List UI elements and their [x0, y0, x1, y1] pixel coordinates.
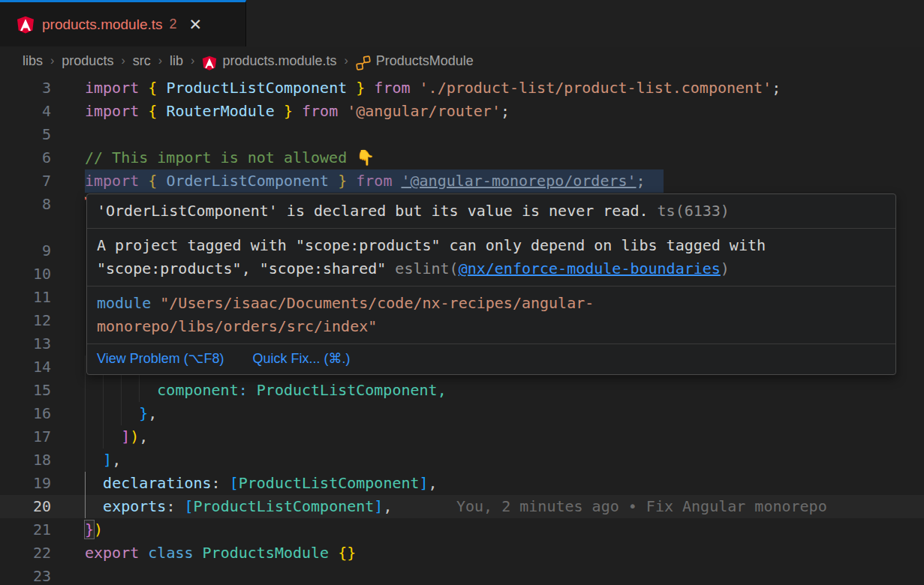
line-number[interactable]: 3: [0, 76, 51, 100]
code-token: :: [212, 474, 230, 492]
code-line[interactable]: declarations: [ProductListComponent],: [85, 472, 438, 495]
code-token: ): [130, 428, 139, 446]
class-symbol-icon: [356, 56, 371, 70]
breadcrumb-separator: ›: [158, 54, 162, 68]
code-token: {: [148, 79, 166, 97]
code-token: import: [85, 102, 148, 120]
line-number[interactable]: 20: [0, 495, 51, 518]
line-number[interactable]: 14: [0, 356, 51, 379]
code-token: ,: [438, 381, 447, 399]
hover-popup: 'OrderListComponent' is declared but its…: [86, 194, 896, 375]
line-number[interactable]: 8: [0, 193, 51, 216]
view-problem-link[interactable]: View Problem (⌥F8): [97, 347, 224, 371]
code-token: ProductListComponent: [166, 79, 347, 97]
code-line[interactable]: },: [85, 402, 157, 425]
line-number[interactable]: 22: [0, 542, 51, 565]
code-line[interactable]: import { RouterModule } from '@angular/r…: [85, 100, 510, 123]
line-number[interactable]: 5: [0, 123, 51, 146]
breadcrumb-separator: ›: [191, 54, 194, 68]
line-number[interactable]: 21: [0, 518, 51, 542]
eslint-rule-link[interactable]: @nx/enforce-module-boundaries: [459, 260, 721, 278]
tab-products-module-ts[interactable]: products.module.ts 2 ✕: [0, 0, 246, 46]
breadcrumb-item-file[interactable]: products.module.ts: [222, 53, 336, 69]
code-token: from: [347, 172, 401, 190]
code-token: ]: [374, 497, 383, 515]
code-token: :: [166, 497, 184, 515]
code-line[interactable]: export class ProductsModule {}: [85, 542, 356, 565]
breadcrumb-item-products[interactable]: products: [62, 53, 113, 69]
breadcrumb-separator: ›: [344, 54, 348, 68]
line-number[interactable]: 19: [0, 472, 51, 495]
code-token: // This import is not allowed 👇: [85, 148, 375, 166]
code-token: {}: [338, 544, 356, 562]
code-token: from: [293, 102, 347, 120]
line-number[interactable]: 15: [0, 379, 51, 402]
code-token: exports: [103, 497, 166, 515]
code-token: [85, 497, 103, 515]
code-line[interactable]: }): [85, 518, 103, 542]
code-token: }: [85, 520, 94, 538]
close-icon[interactable]: ✕: [189, 16, 203, 34]
code-token: ;: [637, 172, 646, 190]
line-number[interactable]: 16: [0, 402, 51, 425]
code-line[interactable]: ],: [85, 448, 121, 472]
breadcrumb-item-src[interactable]: src: [133, 53, 151, 69]
code-token: [85, 404, 139, 422]
hover-status-bar: View Problem (⌥F8) Quick Fix... (⌘.): [87, 344, 895, 374]
code-token: [85, 381, 157, 399]
code-token: }: [275, 102, 293, 120]
code-token: ;: [501, 102, 510, 120]
code-token: './product-list/product-list.component': [420, 79, 772, 97]
breadcrumb-separator: ›: [121, 54, 125, 68]
problem-count-badge: 2: [170, 16, 177, 32]
line-number[interactable]: 23: [0, 565, 51, 585]
angular-icon: [202, 56, 217, 70]
code-line[interactable]: import { ProductListComponent } from './…: [85, 76, 781, 100]
line-number[interactable]: 9: [0, 239, 51, 262]
code-line[interactable]: component: ProductListComponent,: [85, 379, 447, 402]
code-token: [85, 428, 121, 446]
code-token: {: [148, 172, 166, 190]
code-token: [248, 381, 257, 399]
code-token: RouterModule: [166, 102, 275, 120]
code-line[interactable]: exports: [ProductListComponent],: [85, 495, 392, 518]
code-token: declarations: [103, 474, 212, 492]
line-number[interactable]: 11: [0, 286, 51, 309]
code-token: }: [347, 79, 365, 97]
code-token: export: [85, 544, 148, 562]
code-token: import: [85, 172, 148, 190]
git-blame-annotation: You, 2 minutes ago • Fix Angular monorep…: [456, 495, 827, 518]
breadcrumb: libs › products › src › lib › products.m…: [0, 46, 924, 75]
angular-icon: [17, 16, 35, 34]
code-token: [: [184, 497, 193, 515]
vscode-editor-window: products.module.ts 2 ✕ libs › products ›…: [0, 0, 924, 585]
code-token: }: [329, 172, 347, 190]
line-number[interactable]: 18: [0, 448, 51, 472]
line-number[interactable]: 10: [0, 262, 51, 286]
line-number[interactable]: 4: [0, 100, 51, 123]
code-token: ,: [112, 451, 121, 469]
code-token: ,: [383, 497, 392, 515]
line-number[interactable]: 6: [0, 146, 51, 170]
breadcrumb-item-symbol[interactable]: ProductsModule: [376, 53, 474, 69]
breadcrumb-separator: ›: [50, 54, 54, 68]
code-token: component: [157, 381, 238, 399]
code-token: ]: [121, 428, 130, 446]
line-number[interactable]: 13: [0, 332, 51, 356]
line-number[interactable]: 12: [0, 309, 51, 332]
code-token: ProductListComponent: [239, 474, 420, 492]
indent-guide: [85, 356, 86, 379]
code-token: ,: [148, 404, 157, 422]
line-number[interactable]: 7: [0, 170, 51, 193]
code-token: class: [148, 544, 202, 562]
code-token: {: [148, 102, 166, 120]
quick-fix-link[interactable]: Quick Fix... (⌘.): [252, 347, 350, 371]
breadcrumb-item-lib[interactable]: lib: [170, 53, 183, 69]
line-number[interactable]: 17: [0, 425, 51, 448]
code-token: }: [139, 404, 148, 422]
code-token: '@angular/router': [347, 102, 501, 120]
breadcrumb-item-libs[interactable]: libs: [23, 53, 43, 69]
code-line[interactable]: // This import is not allowed 👇: [85, 146, 375, 170]
code-line[interactable]: ]),: [85, 425, 148, 448]
code-token: ): [94, 520, 103, 538]
